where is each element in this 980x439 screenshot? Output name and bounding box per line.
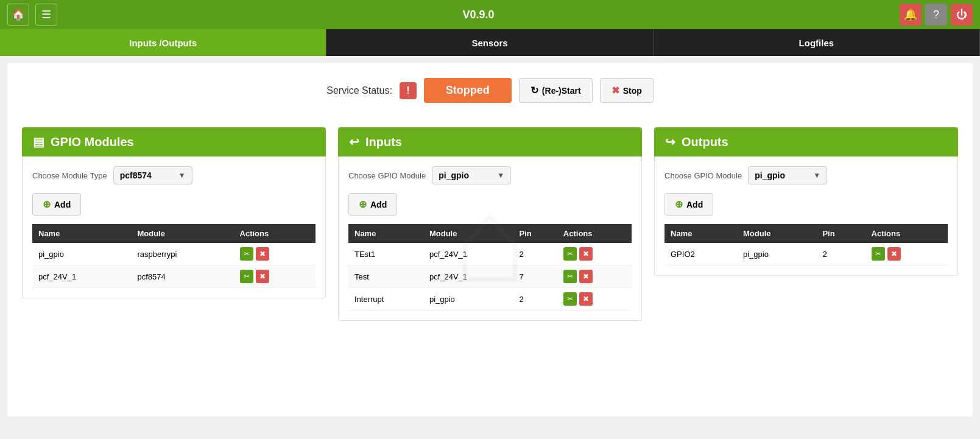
- cell-module: pcf8574: [131, 265, 233, 288]
- cell-actions: ✂ ✖: [557, 288, 632, 311]
- edit-icon[interactable]: ✂: [563, 270, 577, 283]
- col-pin: Pin: [816, 224, 865, 243]
- outputs-header: ↪ Outputs: [654, 127, 958, 156]
- cell-name: Interrupt: [348, 288, 423, 311]
- col-name: Name: [348, 224, 423, 243]
- col-module: Module: [737, 224, 816, 243]
- cell-actions: ✂ ✖: [234, 265, 316, 288]
- delete-icon[interactable]: ✖: [256, 247, 269, 261]
- table-row: Interrupt pi_gpio 2 ✂ ✖: [348, 288, 632, 311]
- tab-inputs-outputs[interactable]: Inputs /Outputs: [0, 29, 326, 56]
- cell-module: pcf_24V_1: [423, 243, 513, 265]
- col-module: Module: [423, 224, 513, 243]
- plus-icon: ⊕: [359, 198, 367, 210]
- inputs-body: Choose GPIO Module pi_gpio ▼ ⊕ Add Name …: [338, 156, 642, 321]
- help-button[interactable]: ?: [925, 4, 947, 26]
- cell-module: pcf_24V_1: [423, 265, 513, 288]
- cell-actions: ✂ ✖: [557, 265, 632, 288]
- edit-icon[interactable]: ✂: [240, 247, 253, 261]
- delete-icon[interactable]: ✖: [256, 270, 269, 283]
- restart-button[interactable]: ↻ (Re-)Start: [519, 78, 593, 103]
- tab-logfiles[interactable]: Logfiles: [654, 29, 980, 56]
- cell-pin: 7: [513, 265, 557, 288]
- edit-icon[interactable]: ✂: [872, 247, 885, 261]
- col-actions: Actions: [865, 224, 948, 243]
- inputs-gpio-module-select[interactable]: pi_gpio ▼: [432, 166, 511, 184]
- cell-actions: ✂ ✖: [234, 243, 316, 265]
- top-bar-left: 🏠 ☰: [7, 4, 57, 26]
- gpio-modules-body: Choose Module Type pcf8574 ▼ ⊕ Add Name …: [22, 156, 326, 298]
- restart-icon: ↻: [531, 85, 538, 96]
- gpio-modules-header: ▤ GPIO Modules: [22, 127, 326, 156]
- gpio-modules-table: Name Module Actions pi_gpio raspberrypi …: [32, 224, 316, 288]
- outputs-gpio-module-select[interactable]: pi_gpio ▼: [748, 166, 827, 184]
- home-button[interactable]: 🏠: [7, 4, 29, 26]
- app-version: V0.9.0: [462, 9, 494, 21]
- cell-actions: ✂ ✖: [557, 243, 632, 265]
- outputs-gpio-module-row: Choose GPIO Module pi_gpio ▼: [664, 166, 948, 184]
- outputs-add-button[interactable]: ⊕ Add: [664, 193, 713, 216]
- gpio-modules-section: ▤ GPIO Modules Choose Module Type pcf857…: [22, 127, 326, 298]
- inputs-table: Name Module Pin Actions TEst1 pcf_24V_1 …: [348, 224, 632, 311]
- col-pin: Pin: [513, 224, 557, 243]
- delete-icon[interactable]: ✖: [579, 292, 593, 306]
- inputs-section: ↩ Inputs Choose GPIO Module pi_gpio ▼ ⊕ …: [338, 127, 642, 321]
- cell-module: raspberrypi: [131, 243, 233, 265]
- outputs-body: Choose GPIO Module pi_gpio ▼ ⊕ Add Name …: [654, 156, 958, 276]
- table-row: GPIO2 pi_gpio 2 ✂ ✖: [664, 243, 948, 265]
- table-row: pi_gpio raspberrypi ✂ ✖: [32, 243, 316, 265]
- gpio-modules-add-button[interactable]: ⊕ Add: [32, 193, 81, 216]
- outputs-icon: ↪: [665, 135, 675, 149]
- module-type-select[interactable]: pcf8574 ▼: [113, 166, 192, 184]
- col-module: Module: [131, 224, 233, 243]
- service-alert-icon: !: [400, 82, 417, 99]
- stop-button[interactable]: ✖ Stop: [600, 78, 654, 103]
- tab-sensors[interactable]: Sensors: [326, 29, 653, 56]
- plus-icon: ⊕: [675, 198, 683, 210]
- cell-name: pcf_24V_1: [32, 265, 131, 288]
- col-actions: Actions: [234, 224, 316, 243]
- table-row: Test pcf_24V_1 7 ✂ ✖: [348, 265, 632, 288]
- chevron-down-icon: ▼: [178, 171, 186, 180]
- cell-name: pi_gpio: [32, 243, 131, 265]
- nav-tabs: Inputs /Outputs Sensors Logfiles: [0, 29, 980, 56]
- col-actions: Actions: [557, 224, 632, 243]
- chevron-down-icon: ▼: [497, 171, 504, 180]
- cell-name: Test: [348, 265, 423, 288]
- module-type-row: Choose Module Type pcf8574 ▼: [32, 166, 316, 184]
- cell-pin: 2: [816, 243, 865, 265]
- col-name: Name: [664, 224, 737, 243]
- cell-pin: 2: [513, 288, 557, 311]
- power-button[interactable]: ⏻: [951, 4, 973, 26]
- inputs-header: ↩ Inputs: [338, 127, 642, 156]
- inputs-add-button[interactable]: ⊕ Add: [348, 193, 397, 216]
- outputs-section: ↪ Outputs Choose GPIO Module pi_gpio ▼ ⊕…: [654, 127, 958, 276]
- cell-name: TEst1: [348, 243, 423, 265]
- inputs-gpio-module-row: Choose GPIO Module pi_gpio ▼: [348, 166, 632, 184]
- delete-icon[interactable]: ✖: [887, 247, 901, 261]
- cell-module: pi_gpio: [423, 288, 513, 311]
- top-bar-right: 🔔 ? ⏻: [900, 4, 973, 26]
- edit-icon[interactable]: ✂: [240, 270, 253, 283]
- delete-icon[interactable]: ✖: [579, 270, 593, 283]
- edit-icon[interactable]: ✂: [563, 292, 577, 306]
- col-name: Name: [32, 224, 131, 243]
- service-status-badge: Stopped: [424, 78, 512, 103]
- table-row: TEst1 pcf_24V_1 2 ✂ ✖: [348, 243, 632, 265]
- table-row: pcf_24V_1 pcf8574 ✂ ✖: [32, 265, 316, 288]
- notifications-button[interactable]: 🔔: [900, 4, 922, 26]
- cell-pin: 2: [513, 243, 557, 265]
- main-content: ⌂ Service Status: ! Stopped ↻ (Re-)Start…: [7, 63, 973, 416]
- menu-button[interactable]: ☰: [35, 4, 57, 26]
- cell-actions: ✂ ✖: [865, 243, 948, 265]
- cell-module: pi_gpio: [737, 243, 816, 265]
- gpio-modules-icon: ▤: [33, 135, 44, 149]
- stop-icon: ✖: [612, 85, 619, 96]
- edit-icon[interactable]: ✂: [563, 247, 577, 261]
- delete-icon[interactable]: ✖: [579, 247, 593, 261]
- outputs-table: Name Module Pin Actions GPIO2 pi_gpio 2 …: [664, 224, 948, 265]
- service-status-label: Service Status:: [326, 85, 392, 96]
- cell-name: GPIO2: [664, 243, 737, 265]
- top-bar: 🏠 ☰ V0.9.0 🔔 ? ⏻: [0, 0, 980, 29]
- sections-row: ▤ GPIO Modules Choose Module Type pcf857…: [22, 127, 958, 321]
